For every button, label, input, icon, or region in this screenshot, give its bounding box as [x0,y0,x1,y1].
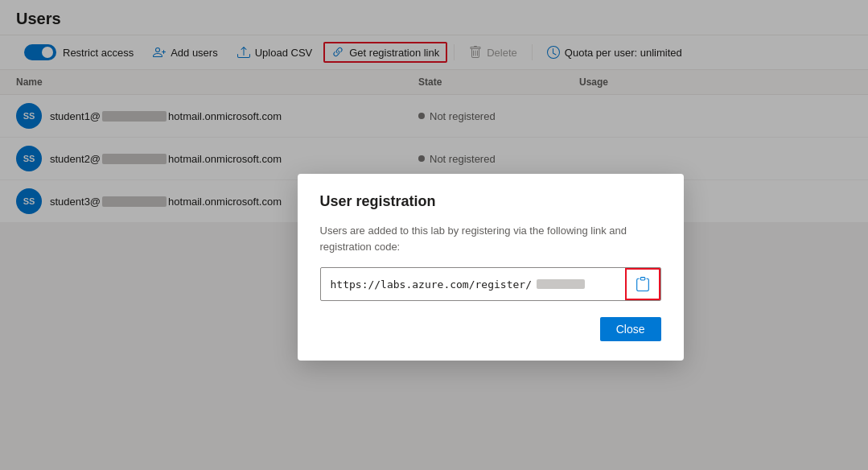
modal-title: User registration [320,193,661,210]
copy-icon [636,277,650,291]
registration-link: https://labs.azure.com/register/ [321,272,625,297]
modal-description: Users are added to this lab by registeri… [320,223,661,254]
modal-footer: Close [320,317,661,341]
main-container: Users Restrict access Add users [0,0,868,470]
copy-link-button[interactable] [625,268,660,300]
link-blur [537,279,585,289]
modal-dialog: User registration Users are added to thi… [298,174,684,361]
modal-link-row: https://labs.azure.com/register/ [320,267,661,301]
close-button[interactable]: Close [600,317,661,341]
modal-overlay: User registration Users are added to thi… [0,0,868,470]
